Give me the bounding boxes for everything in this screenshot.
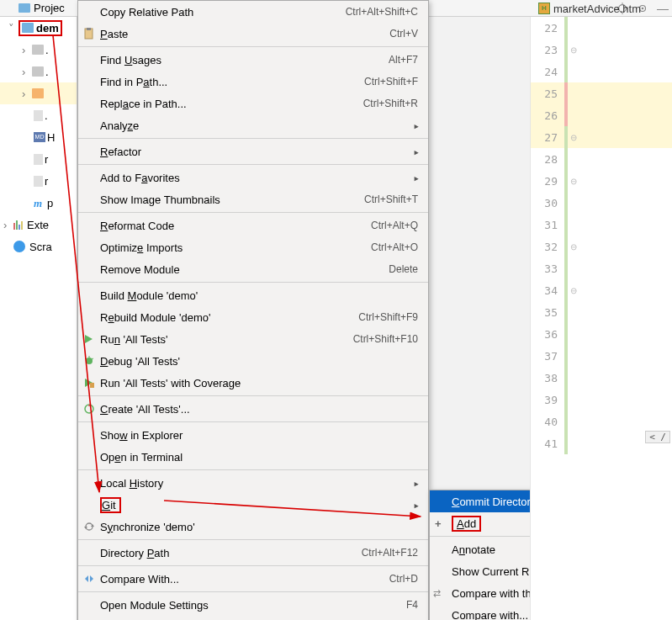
closing-tag-hint: < /: [645, 431, 670, 443]
submenu-arrow-icon: ▸: [413, 499, 420, 511]
mi-show-thumbnails[interactable]: Show Image ThumbnailsCtrl+Shift+T: [78, 188, 428, 210]
svg-point-6: [642, 8, 644, 10]
add-highlight: Add: [452, 516, 481, 532]
chevron-right-icon[interactable]: ›: [22, 44, 30, 56]
mi-show-in-explorer[interactable]: Show in Explorer: [78, 424, 428, 446]
tree-file-md[interactable]: MD H: [0, 126, 77, 148]
mi-find-usages[interactable]: Find UsagesAlt+F7: [78, 49, 428, 71]
tree-external[interactable]: › Exte: [0, 214, 77, 236]
fold-icon[interactable]: ⊖: [568, 286, 579, 295]
sync-icon: [82, 520, 96, 533]
mi-local-history[interactable]: Local History▸: [78, 472, 428, 494]
gutter-line: 24: [531, 61, 672, 82]
mi-copy-relative-path[interactable]: Copy Relative PathCtrl+Alt+Shift+C: [78, 1, 428, 23]
chevron-right-icon[interactable]: ›: [3, 219, 12, 231]
diff-icon: ⇄: [433, 588, 441, 599]
html-file-icon: H: [538, 3, 550, 14]
submenu-arrow-icon: ▸: [413, 477, 420, 490]
mi-directory-path[interactable]: Directory PathCtrl+Alt+F12: [78, 542, 428, 564]
fold-icon[interactable]: ⊖: [568, 242, 579, 252]
project-section: Projec: [19, 2, 65, 14]
gutter-line: 26: [531, 104, 672, 126]
mi-open-module-settings[interactable]: Open Module SettingsF4: [78, 594, 428, 616]
git-highlight: Git: [100, 497, 121, 513]
submenu-arrow-icon: ▸: [413, 119, 420, 132]
mi-reformat-code[interactable]: Reformat CodeCtrl+Alt+Q: [78, 215, 428, 236]
tab-filename: marketAdvice.htm: [553, 3, 641, 15]
tree-label: p: [47, 197, 53, 209]
mi-open-terminal[interactable]: Open in Terminal: [78, 446, 428, 468]
tree-folder-3[interactable]: ›: [0, 82, 77, 104]
tree-label: .: [45, 44, 49, 56]
mi-run-all-tests[interactable]: Run 'All Tests'Ctrl+Shift+F10: [78, 328, 428, 350]
svg-rect-8: [87, 28, 91, 30]
gutter-line: 34⊖: [531, 279, 672, 301]
tree-file-r2[interactable]: r: [0, 170, 77, 192]
gutter-line: 30: [531, 192, 672, 214]
mi-debug-all-tests[interactable]: Debug 'All Tests': [78, 350, 428, 372]
tree-file-r1[interactable]: r: [0, 148, 77, 170]
mi-git[interactable]: Git▸: [78, 494, 428, 516]
context-menu: Copy Relative PathCtrl+Alt+Shift+C Paste…: [77, 0, 429, 620]
demo-highlight: dem: [19, 20, 62, 36]
fold-icon[interactable]: ⊖: [568, 177, 579, 186]
editor-tab[interactable]: H marketAdvice.htm: [538, 0, 641, 17]
tree-label: .: [45, 109, 48, 122]
editor-gutter: 22 23⊖ 24 25 26 27⊖ 28 29⊖ 30 31 32⊖ 33 …: [530, 17, 672, 620]
external-label: Exte: [27, 219, 49, 231]
fold-icon[interactable]: ⊖: [568, 45, 579, 55]
tree-label: .: [45, 66, 49, 78]
mi-optimize-imports[interactable]: Optimize ImportsCtrl+Alt+O: [78, 236, 428, 258]
mi-mark-directory[interactable]: Mark Directory as▸: [78, 616, 428, 620]
mi-paste[interactable]: PasteCtrl+V: [78, 23, 428, 45]
mi-add-favorites[interactable]: Add to Favorites▸: [78, 167, 428, 188]
svg-line-12: [85, 358, 87, 359]
tree-scratches[interactable]: Scra: [0, 236, 77, 257]
mi-run-coverage[interactable]: Run 'All Tests' with Coverage: [78, 372, 428, 394]
mi-replace-in-path[interactable]: Replace in Path...Ctrl+Shift+R: [78, 93, 428, 114]
scratches-label: Scra: [29, 241, 52, 253]
tree-file-dot[interactable]: .: [0, 104, 77, 126]
tree-file-m[interactable]: m p: [0, 192, 77, 214]
gutter-line: 31: [531, 214, 672, 236]
m-icon: m: [34, 197, 45, 209]
mi-analyze[interactable]: Analyze▸: [78, 114, 428, 136]
mi-create-all-tests[interactable]: Create 'All Tests'...: [78, 398, 428, 420]
chevron-right-icon[interactable]: ›: [22, 87, 30, 100]
mi-rebuild-module[interactable]: Rebuild Module 'demo'Ctrl+Shift+F9: [78, 306, 428, 328]
gutter-line: 22: [531, 17, 672, 39]
svg-line-13: [92, 358, 93, 359]
folder-icon: [32, 66, 44, 77]
project-tree: ˅ dem › . › . › . MD H r r m p ›: [0, 17, 77, 620]
gutter-line: 28: [531, 148, 672, 170]
tree-folder-2[interactable]: › .: [0, 61, 77, 82]
mi-refactor[interactable]: Refactor▸: [78, 140, 428, 162]
gutter-line: 23⊖: [531, 39, 672, 61]
file-icon: [34, 176, 43, 187]
mi-remove-module[interactable]: Remove ModuleDelete: [78, 258, 428, 280]
mi-synchronize[interactable]: Synchronize 'demo': [78, 516, 428, 538]
run-icon: [82, 332, 96, 346]
tree-label: r: [45, 153, 48, 166]
fold-icon[interactable]: ⊖: [568, 133, 579, 142]
svg-marker-9: [85, 335, 93, 343]
svg-point-10: [86, 358, 93, 364]
mi-compare-with[interactable]: Compare With...Ctrl+D: [78, 568, 428, 590]
gutter-line: 37: [531, 345, 672, 367]
gutter-line: 36: [531, 323, 672, 345]
coverage-icon: [82, 376, 96, 389]
md-file-icon: MD: [34, 132, 45, 142]
gutter-line: 39: [531, 389, 672, 411]
mi-find-in-path[interactable]: Find in Path...Ctrl+Shift+F: [78, 71, 428, 93]
submenu-arrow-icon: ▸: [413, 146, 420, 158]
submenu-arrow-icon: ▸: [413, 172, 420, 184]
project-folder-icon: [19, 3, 30, 13]
chevron-right-icon[interactable]: ›: [22, 66, 30, 78]
tree-demo-row[interactable]: ˅ dem: [0, 17, 77, 39]
collapse-icon[interactable]: —: [657, 2, 669, 15]
chevron-down-icon[interactable]: ˅: [8, 22, 17, 34]
mi-build-module[interactable]: Build Module 'demo': [78, 284, 428, 306]
tree-folder-1[interactable]: › .: [0, 39, 77, 61]
debug-icon: [82, 354, 96, 368]
scratches-icon: [13, 241, 25, 252]
